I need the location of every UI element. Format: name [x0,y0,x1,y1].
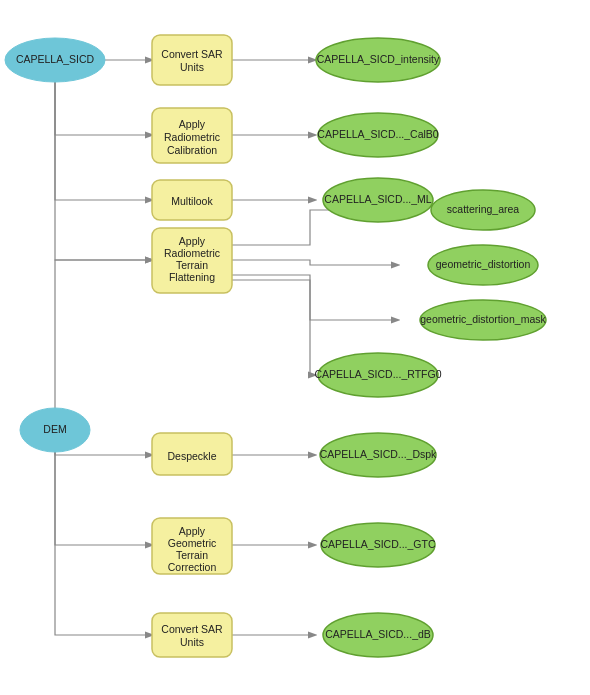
capella-sicd-label: CAPELLA_SICD [16,53,95,65]
apply-gtc-label2: Geometric [168,537,216,549]
multilook-label: Multilook [171,195,213,207]
capella-db-label: CAPELLA_SICD..._dB [325,628,431,640]
capella-rtfg0-label: CAPELLA_SICD..._RTFG0 [314,368,441,380]
convert-sar-2-label2: Units [180,636,204,648]
geometric-distortion-label: geometric_distortion [436,258,531,270]
capella-calb0-label: CAPELLA_SICD..._CalB0 [317,128,439,140]
geometric-distortion-mask-label: geometric_distortion_mask [420,313,546,325]
apply-gtc-label3: Terrain [176,549,208,561]
convert-sar-2-label1: Convert SAR [161,623,223,635]
convert-sar-1-label: Convert SAR [161,48,223,60]
apply-gtc-label1: Apply [179,525,206,537]
scattering-area-label: scattering_area [447,203,520,215]
apply-rtf-label3: Terrain [176,259,208,271]
capella-dspk-label: CAPELLA_SICD..._Dspk [320,448,437,460]
capella-gtc-label: CAPELLA_SICD..._GTC [321,538,436,550]
despeckle-label: Despeckle [167,450,216,462]
apply-radio-cal-label1: Apply [179,118,206,130]
dem-label: DEM [43,423,66,435]
apply-radio-cal-label2: Radiometric [164,131,220,143]
capella-ml-label: CAPELLA_SICD..._ML [324,193,432,205]
capella-intensity-label: CAPELLA_SICD_intensity [317,53,440,65]
apply-rtf-label2: Radiometric [164,247,220,259]
apply-gtc-label4: Correction [168,561,217,573]
apply-rtf-label1: Apply [179,235,206,247]
apply-rtf-label4: Flattening [169,271,215,283]
apply-radio-cal-label3: Calibration [167,144,217,156]
convert-sar-1-label2: Units [180,61,204,73]
workflow-diagram: CAPELLA_SICD DEM Convert SAR Units Apply… [0,0,590,695]
